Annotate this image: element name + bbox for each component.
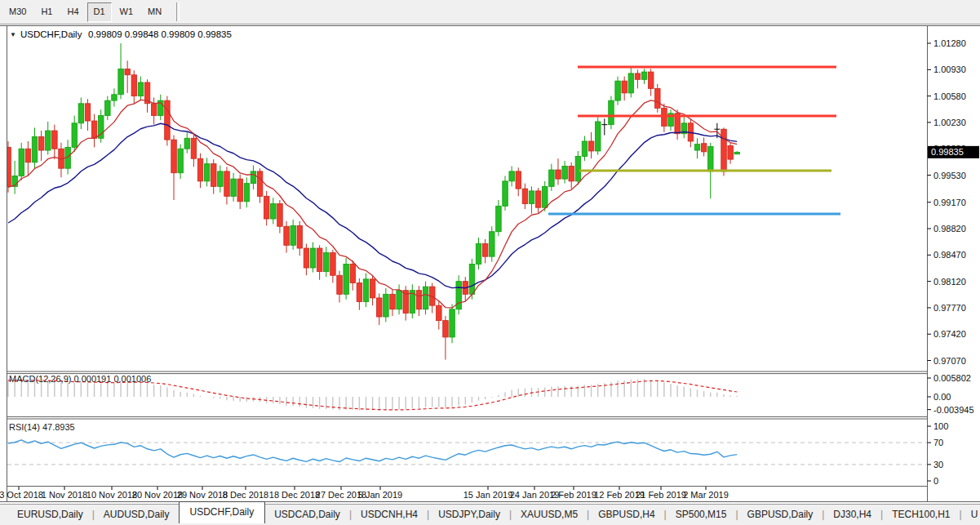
candle-body (503, 181, 508, 206)
time-axis[interactable]: 23 Oct 20181 Nov 201810 Nov 201820 Nov 2… (0, 487, 729, 500)
candle-body (516, 171, 521, 189)
time-axis-label: 20 Nov 2018 (132, 490, 183, 500)
symbol-dropdown-icon[interactable]: ▼ (10, 31, 16, 38)
candle-body (556, 170, 561, 179)
candle-body (609, 100, 614, 125)
price-axis-label: 0.98820 (933, 224, 966, 234)
timeframe-button-m30[interactable]: M30 (2, 2, 33, 22)
candle-body (535, 191, 541, 207)
candle-body (728, 146, 734, 160)
candle-body (416, 291, 422, 309)
rsi-axis-label: 70 (933, 438, 943, 447)
chart-tab-gbpusd[interactable]: GBPUSD,Daily (738, 505, 823, 525)
price-axis-label: 0.99530 (933, 171, 966, 180)
candle-body (694, 145, 700, 150)
candle-body (390, 294, 396, 309)
time-axis-label: 29 Nov 2018 (177, 490, 228, 500)
price-axis-label: 0.97420 (933, 329, 966, 339)
chart-tab-eurusd[interactable]: EURUSD,Daily (8, 505, 92, 525)
candle-body (72, 123, 78, 148)
chart-tab-tech100[interactable]: TECH100,H1 (883, 505, 959, 525)
timeframe-toolbar: M30H1H4D1W1MN (0, 0, 980, 24)
candle-body (469, 264, 475, 294)
price-axis-label: 0.98470 (933, 250, 966, 260)
macd-axis-label: 0.00 (933, 392, 951, 402)
candle-body (324, 253, 330, 272)
price-axis-label: 0.97070 (933, 356, 966, 366)
chart-title: USDCHF,Daily (20, 29, 82, 39)
candle-body (171, 140, 177, 173)
symbol-tabbar: EURUSD,Daily|AUDUSD,DailyUSDCHF,DailyUSD… (0, 504, 980, 525)
candle-body (648, 72, 654, 88)
candle-body (482, 243, 488, 256)
candle-body (304, 248, 309, 268)
chart-tab-xauusd[interactable]: XAUUSD,M5 (512, 505, 587, 525)
candle-body (344, 264, 349, 294)
chart-tab-gbpusd[interactable]: GBPUSD,H4 (589, 505, 663, 525)
candle-body (191, 138, 197, 158)
candle-body (85, 104, 91, 121)
candle-body (218, 171, 224, 186)
candle-body (363, 279, 369, 302)
candle-body (231, 179, 237, 196)
candle-body (290, 225, 296, 245)
candle-body (423, 287, 428, 309)
time-axis-label: 15 Jan 2019 (463, 490, 513, 500)
price-axis-label: 1.01280 (933, 38, 966, 48)
candle-body (337, 275, 343, 294)
candle-body (32, 136, 38, 162)
candle-body (271, 204, 277, 219)
timeframe-button-d1[interactable]: D1 (87, 2, 112, 22)
candle-body (701, 144, 707, 152)
chart-canvas[interactable]: 1.012801.009301.005801.002300.998800.995… (0, 24, 980, 504)
rsi-axis-label: 30 (933, 460, 943, 469)
chart-tab-usdcnh[interactable]: USDCNH,H4 (352, 505, 427, 525)
chart-tab-usdcad[interactable]: USDCAD,Daily (265, 505, 349, 525)
candle-body (628, 73, 634, 93)
candle-body (6, 147, 11, 186)
candle-body (734, 152, 740, 153)
candle-body (46, 131, 51, 150)
candle-body (443, 321, 449, 337)
candle-body (496, 206, 502, 231)
price-axis-label: 0.98120 (933, 277, 966, 287)
candle-body (78, 104, 84, 123)
candle-body (237, 179, 243, 202)
macd-axis-label: -0.003945 (933, 405, 974, 415)
candle-body (582, 141, 588, 156)
candle-body (105, 100, 111, 115)
candle-body (330, 253, 336, 276)
candle-body (357, 283, 362, 301)
time-axis-label: 5 Jan 2019 (358, 490, 402, 500)
timeframe-button-w1[interactable]: W1 (113, 2, 140, 22)
candle-body (635, 73, 641, 79)
time-axis-label: 1 Nov 2018 (42, 490, 87, 500)
price-axis-label: 1.00580 (933, 91, 966, 101)
candle-body (450, 309, 455, 337)
time-axis-label: 21 Feb 2019 (636, 490, 686, 500)
timeframe-button-h1[interactable]: H1 (34, 2, 59, 22)
candle-body (118, 69, 124, 94)
candle-body (490, 232, 495, 256)
chart-tab-dj30[interactable]: DJ30,H4 (824, 505, 880, 525)
candle-body (25, 149, 31, 162)
chart-tab-usdjpy[interactable]: USDJPY,Daily (429, 505, 509, 525)
time-axis-label: 2 Feb 2019 (551, 490, 596, 500)
candle-body (569, 166, 574, 180)
chart-ohlc-values: 0.99809 0.99848 0.99809 0.99835 (88, 29, 232, 39)
candle-body (575, 156, 581, 180)
candle-body (257, 171, 263, 196)
timeframe-button-h4[interactable]: H4 (60, 2, 85, 22)
chart-tab-sp500[interactable]: SP500,M15 (667, 505, 736, 525)
chart-tab-usdchf[interactable]: USDCHF,Daily (179, 501, 266, 523)
candle-body (184, 138, 190, 149)
candle-body (251, 171, 256, 184)
candle-body (377, 298, 383, 317)
candle-body (509, 171, 515, 181)
timeframe-button-mn[interactable]: MN (141, 2, 168, 22)
macd-indicator-label: MACD(12,26,9) 0.000191 0.001006 (9, 374, 151, 384)
chart-tab-audusd[interactable]: AUDUSD,Daily (95, 505, 179, 525)
price-axis[interactable]: 1.012801.009301.005801.002300.998800.995… (928, 38, 980, 366)
candle-body (641, 72, 647, 79)
chart-tab-u[interactable]: U (962, 505, 980, 525)
